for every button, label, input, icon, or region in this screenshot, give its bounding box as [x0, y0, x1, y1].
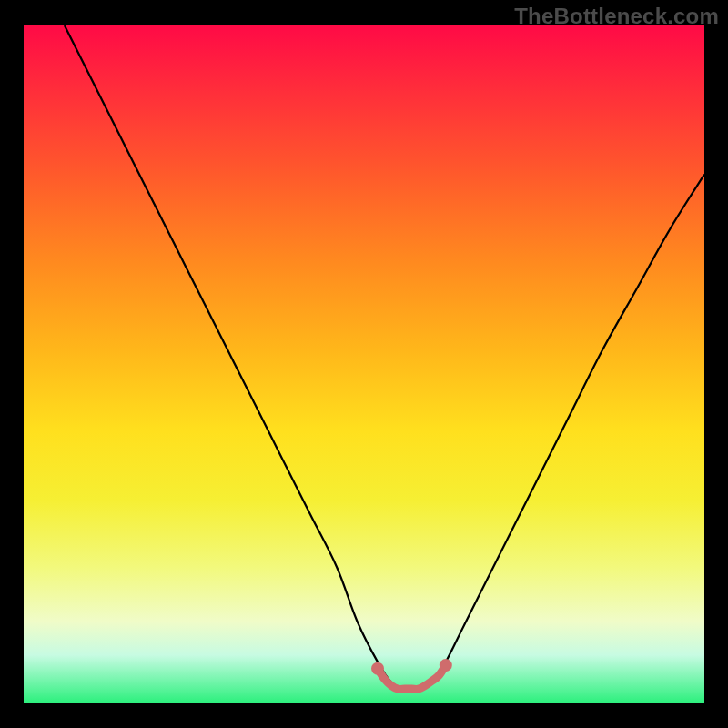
bottleneck-curve [65, 25, 704, 690]
chart-frame: TheBottleneck.com [0, 0, 728, 728]
chart-svg [24, 25, 704, 703]
flat-zone-dot [371, 662, 384, 675]
flat-zone-dot [440, 659, 452, 672]
plot-gradient-area [24, 25, 704, 703]
flat-zone-marker [378, 665, 446, 689]
